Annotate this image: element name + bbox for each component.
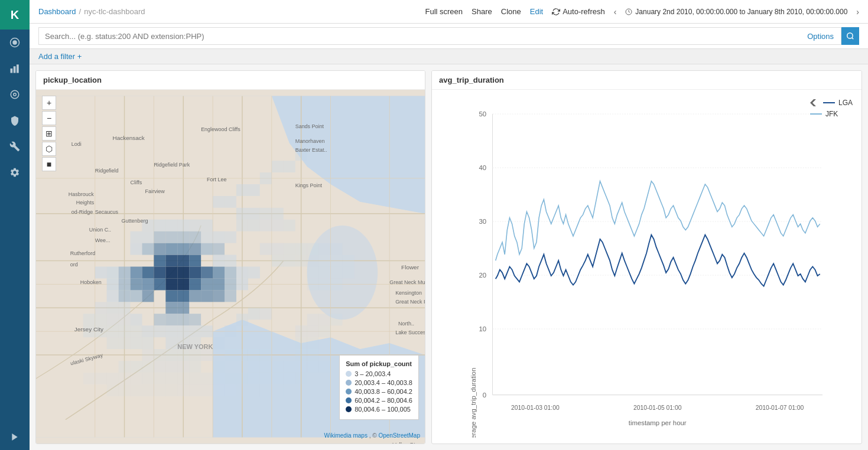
svg-rect-207 [260, 373, 272, 384]
top-navigation: Dashboard / nyc-tlc-dashboard Full scree… [30, 0, 868, 24]
search-input-wrap: Options [38, 27, 841, 45]
svg-rect-40 [189, 278, 201, 290]
svg-rect-216 [236, 373, 248, 384]
map-tool-3[interactable]: ■ [42, 157, 56, 171]
svg-rect-215 [225, 373, 236, 384]
svg-rect-47 [131, 267, 142, 279]
svg-rect-146 [213, 361, 225, 373]
share-button[interactable]: Share [472, 7, 492, 16]
legend-title: Sum of pickup_count [346, 360, 412, 367]
wikimedia-attribution-link[interactable]: Wikimedia maps [324, 432, 368, 439]
auto-refresh-toggle[interactable]: Auto-refresh [552, 7, 605, 16]
search-icon [846, 32, 854, 40]
svg-rect-231 [165, 384, 177, 396]
map-panel-title: pickup_location [36, 71, 425, 90]
clone-button[interactable]: Clone [501, 7, 521, 16]
map-panel: pickup_location [35, 70, 425, 444]
legend-item-lga: LGA [810, 99, 853, 107]
svg-rect-59 [142, 290, 154, 302]
svg-text:Lake Success: Lake Success [395, 330, 425, 335]
svg-text:Fairview: Fairview [145, 188, 165, 194]
time-next-arrow[interactable]: › [856, 7, 859, 17]
svg-rect-197 [295, 361, 307, 373]
svg-rect-2 [11, 69, 13, 73]
logo[interactable]: K [0, 0, 30, 30]
svg-rect-148 [236, 349, 248, 361]
sidebar-icon-play[interactable] [0, 424, 30, 450]
svg-rect-225 [177, 384, 189, 396]
legend-label-jfk: JFK [825, 110, 838, 118]
svg-rect-69 [225, 290, 236, 302]
zoom-in-button[interactable]: + [42, 96, 56, 110]
svg-rect-91 [142, 231, 154, 243]
svg-rect-237 [131, 384, 142, 396]
fullscreen-button[interactable]: Full screen [425, 7, 463, 16]
svg-rect-167 [272, 243, 284, 255]
sidebar-icon-gear[interactable] [0, 159, 30, 185]
search-submit-button[interactable] [841, 27, 859, 45]
svg-rect-192 [319, 325, 331, 337]
zoom-out-button[interactable]: − [42, 111, 56, 125]
time-prev-arrow[interactable]: ‹ [614, 7, 617, 17]
map-container[interactable]: Hackensack Englewood Cliffs Sands Point … [36, 90, 425, 444]
search-input[interactable] [39, 32, 800, 41]
svg-rect-97 [165, 220, 177, 231]
options-button[interactable]: Options [800, 27, 841, 45]
svg-text:Jersey City: Jersey City [74, 326, 103, 332]
svg-rect-50 [201, 278, 213, 290]
svg-rect-57 [165, 302, 177, 314]
svg-rect-159 [260, 208, 272, 220]
legend-item-4: 60,004.2 – 80,004.6 [346, 397, 412, 404]
chart-legend: LGA JFK [810, 99, 853, 118]
svg-rect-66 [131, 290, 142, 302]
svg-rect-138 [201, 349, 213, 361]
svg-rect-38 [177, 255, 189, 267]
svg-rect-227 [201, 384, 213, 396]
svg-text:Union C..: Union C.. [89, 227, 111, 233]
svg-rect-169 [295, 243, 307, 255]
svg-rect-184 [307, 278, 319, 290]
svg-rect-103 [177, 325, 189, 337]
breadcrumb-parent[interactable]: Dashboard [38, 7, 76, 16]
svg-rect-209 [284, 373, 295, 384]
svg-text:Baxter Estat..: Baxter Estat.. [295, 147, 327, 153]
svg-line-10 [852, 38, 854, 40]
svg-rect-101 [201, 220, 213, 231]
svg-rect-189 [330, 314, 342, 325]
svg-rect-44 [189, 255, 201, 267]
map-tool-1[interactable]: ⊞ [42, 126, 56, 141]
sidebar-icon-discover[interactable] [0, 81, 30, 107]
svg-rect-135 [154, 349, 165, 361]
svg-rect-65 [119, 290, 131, 302]
svg-rect-212 [189, 373, 201, 384]
svg-rect-219 [142, 373, 154, 384]
sidebar-icon-shield[interactable] [0, 107, 30, 133]
sidebar-icon-tools[interactable] [0, 133, 30, 159]
svg-rect-61 [201, 290, 213, 302]
svg-rect-204 [272, 361, 284, 373]
svg-rect-104 [189, 325, 201, 337]
svg-text:Fort Lee: Fort Lee [207, 177, 226, 182]
edit-button[interactable]: Edit [530, 7, 543, 16]
svg-rect-37 [165, 255, 177, 267]
svg-rect-155 [284, 161, 295, 172]
svg-rect-54 [177, 243, 189, 255]
svg-rect-230 [154, 384, 165, 396]
svg-rect-113 [236, 314, 248, 325]
map-tool-2[interactable]: ⬡ [42, 142, 56, 156]
svg-rect-34 [177, 278, 189, 290]
sidebar-icon-chart[interactable] [0, 56, 30, 81]
svg-rect-71 [201, 243, 213, 255]
map-zoom-controls: + − ⊞ ⬡ ■ [42, 96, 56, 171]
svg-rect-145 [119, 361, 131, 373]
svg-rect-107 [142, 325, 154, 337]
sidebar-icon-home[interactable] [0, 30, 30, 56]
svg-rect-206 [248, 373, 260, 384]
add-filter-button[interactable]: Add a filter + [38, 52, 82, 61]
legend-item-2: 20,003.4 – 40,003.8 [346, 379, 412, 386]
svg-text:Ridgefield Park: Ridgefield Park [154, 162, 190, 168]
svg-rect-68 [225, 278, 236, 290]
svg-rect-182 [330, 267, 342, 279]
osm-attribution-link[interactable]: OpenStreetMap [378, 432, 420, 439]
map-panel-content[interactable]: Hackensack Englewood Cliffs Sands Point … [36, 90, 425, 444]
